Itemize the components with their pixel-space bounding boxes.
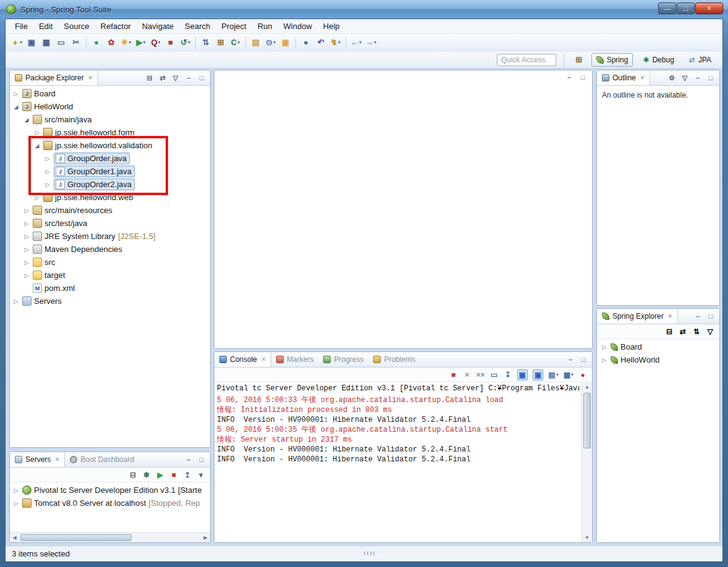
expand-arrow-icon[interactable]: ▷ (44, 156, 51, 162)
server-item-pivotal[interactable]: ▷ Pivotal tc Server Developer Edition v3… (10, 484, 210, 497)
menu-source[interactable]: Source (58, 20, 95, 33)
tree-item-src-main-java[interactable]: ◢ src/main/java (10, 113, 210, 126)
open-type-icon[interactable]: ▤ (248, 35, 263, 50)
tree-item-package-validation[interactable]: ◢ jp.ssie.helloworld.validation (10, 139, 210, 152)
editor-area[interactable]: – □ (214, 70, 593, 349)
menu-project[interactable]: Project (216, 20, 252, 33)
start-server-icon[interactable]: ▶ (156, 471, 164, 479)
expand-arrow-icon[interactable]: ▷ (33, 195, 41, 201)
tree-item-helloworld[interactable]: ◢ J HelloWorld (10, 100, 210, 113)
splitter-handle[interactable] (364, 552, 375, 555)
tree-item-src-main-resources[interactable]: ▷ src/main/resources (10, 204, 210, 217)
sort-icon[interactable]: ⇅ (692, 327, 701, 336)
last-edit-location-icon[interactable]: ↶ (313, 35, 328, 50)
save-all-icon[interactable]: ▦ (39, 35, 54, 50)
close-tab-icon[interactable]: × (640, 74, 645, 82)
expand-arrow-icon[interactable]: ▷ (23, 272, 30, 279)
tree-item-maven-dependencies[interactable]: ▷ Maven Dependencies (10, 243, 210, 256)
window-maximize-button[interactable]: □ (677, 2, 695, 14)
scroll-left-icon[interactable]: ◀ (10, 533, 19, 542)
window-minimize-button[interactable]: — (658, 2, 676, 14)
minimize-icon[interactable]: – (693, 74, 702, 82)
tree-item-package-form[interactable]: ▷ jp.ssie.helloworld.form (10, 126, 210, 139)
expand-arrow-icon[interactable]: ▷ (33, 130, 41, 136)
cut-icon[interactable]: ✂ (69, 35, 83, 50)
tree-item-servers[interactable]: ▷ Servers (10, 295, 210, 308)
clear-console-icon[interactable]: ▭ (490, 371, 499, 379)
menu-window[interactable]: Window (278, 20, 318, 33)
menu-refactor[interactable]: Refactor (95, 20, 137, 33)
expand-arrow-icon[interactable]: ▷ (601, 344, 608, 350)
expand-arrow-icon[interactable]: ▷ (12, 298, 20, 304)
selected-item-box[interactable]: J GroupOrder1.java (54, 166, 135, 177)
minimize-icon[interactable]: – (184, 74, 193, 82)
tree-item-package-web[interactable]: ▷ jp.ssie.helloworld.web (10, 191, 210, 204)
link-with-editor-icon[interactable]: ⇄ (158, 74, 167, 82)
pin-console-icon[interactable]: ▣ (517, 369, 528, 380)
maximize-icon[interactable]: □ (706, 313, 715, 320)
scrollbar-thumb[interactable] (20, 534, 132, 541)
menu-run[interactable]: Run (252, 20, 278, 33)
collapse-arrow-icon[interactable]: ◢ (23, 117, 30, 123)
annotations-icon[interactable]: ↯▾ (328, 35, 343, 50)
tree-item-board[interactable]: ▷ Board (597, 340, 719, 353)
view-menu-icon[interactable]: ▾ (197, 471, 205, 479)
link-with-editor-icon[interactable]: ⇄ (679, 327, 687, 336)
expand-arrow-icon[interactable]: ▷ (44, 169, 51, 175)
show-console-on-change-icon[interactable]: ▣ (533, 369, 543, 380)
expand-arrow-icon[interactable]: ▷ (23, 233, 30, 240)
new-wizard-icon[interactable]: ＋▾ (9, 35, 24, 50)
tab-markers[interactable]: Markers (271, 352, 318, 367)
focus-icon[interactable]: ⚙ (667, 74, 676, 82)
tab-console[interactable]: Console × (214, 352, 271, 367)
selected-item-box[interactable]: J GroupOrder2.java (54, 178, 135, 190)
collapse-arrow-icon[interactable]: ◢ (33, 143, 41, 149)
window-close-button[interactable]: × (695, 2, 723, 14)
expand-arrow-icon[interactable]: ▷ (601, 357, 608, 363)
terminate-icon[interactable]: ■ (449, 371, 458, 379)
tree-item-helloworld[interactable]: ▷ HelloWorld (597, 353, 719, 366)
tree-item-pom-xml[interactable]: M pom.xml (10, 282, 210, 295)
scroll-down-icon[interactable]: ▼ (582, 533, 592, 542)
collapse-all-icon[interactable]: ⊟ (145, 74, 154, 82)
new-java-project-icon[interactable]: ⊞ (213, 35, 228, 50)
tree-item-grouporder1[interactable]: ▷ J GroupOrder1.java (10, 165, 210, 178)
close-tab-icon[interactable]: × (261, 355, 266, 364)
tab-boot-dashboard[interactable]: Boot Dashboard (65, 452, 139, 467)
scroll-right-icon[interactable]: ▶ (201, 533, 210, 542)
menu-search[interactable]: Search (179, 20, 216, 33)
view-menu-icon[interactable]: ▽ (706, 327, 714, 336)
forward-icon[interactable]: →▾ (363, 35, 378, 50)
run-icon[interactable]: ▶▾ (133, 35, 148, 50)
start-server-icon[interactable]: ● (89, 35, 104, 50)
expand-arrow-icon[interactable]: ▷ (23, 220, 30, 227)
maximize-icon[interactable]: □ (578, 74, 587, 81)
tab-package-explorer[interactable]: Package Explorer × (10, 70, 98, 85)
open-resource-icon[interactable]: ▣ (278, 35, 293, 50)
maximize-icon[interactable]: □ (579, 356, 588, 363)
expand-arrow-icon[interactable]: ▷ (23, 259, 30, 266)
close-tab-icon[interactable]: × (55, 455, 59, 464)
maximize-icon[interactable]: □ (197, 74, 206, 82)
tree-item-grouporder2[interactable]: ▷ J GroupOrder2.java (10, 178, 210, 191)
perspective-jpa[interactable]: ⇄ JPA (684, 53, 716, 67)
selected-item-box[interactable]: J GroupOrder.java (54, 153, 130, 164)
close-tab-icon[interactable]: × (668, 312, 672, 321)
tab-problems[interactable]: Problems (368, 352, 420, 367)
menu-edit[interactable]: Edit (33, 20, 58, 33)
collapse-arrow-icon[interactable]: ◢ (12, 104, 20, 110)
menu-navigate[interactable]: Navigate (137, 20, 179, 33)
tab-spring-explorer[interactable]: Spring Explorer × (597, 309, 678, 324)
expand-arrow-icon[interactable]: ▷ (12, 91, 20, 97)
collapse-all-icon[interactable]: ⊟ (665, 327, 674, 336)
relaunch-icon[interactable]: ↺▾ (178, 35, 193, 50)
print-icon[interactable]: ▭ (54, 35, 69, 50)
save-icon[interactable]: ▣ (24, 35, 39, 50)
publish-icon[interactable]: ↥ (183, 471, 192, 479)
open-console-icon[interactable]: ▤▾ (548, 371, 558, 379)
tree-item-board[interactable]: ▷ J Board (10, 87, 210, 100)
minimize-icon[interactable]: – (565, 74, 574, 81)
menu-file[interactable]: File (9, 20, 33, 33)
console-output[interactable]: Pivotal tc Server Developer Edition v3.1… (214, 382, 592, 542)
coverage-icon[interactable]: Q▾ (148, 35, 163, 50)
